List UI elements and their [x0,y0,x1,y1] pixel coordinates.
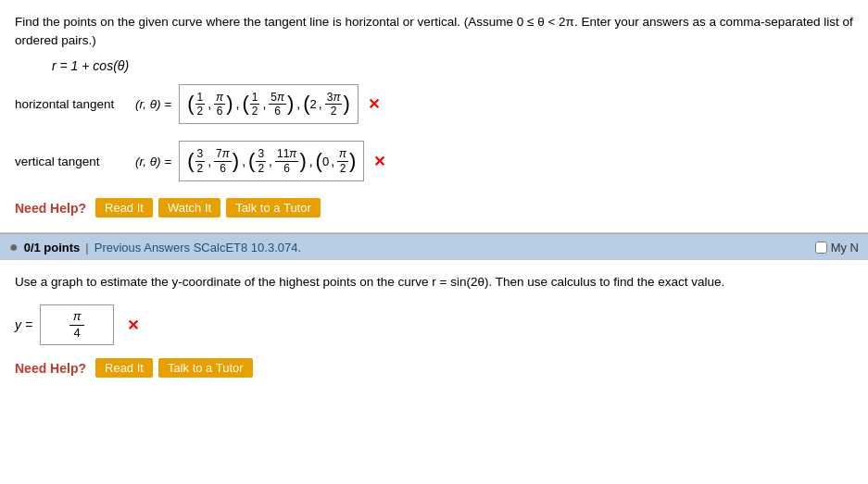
open-paren5: ( [248,151,255,171]
talk-to-tutor-btn-2[interactable]: Talk to a Tutor [158,358,253,378]
horizontal-answer-box[interactable]: ( 1 2 , π 6 ) , ( 1 2 [179,84,359,125]
answer-input-row: y = π 4 ✕ [15,304,853,345]
curve-equation: r = 1 + cos(θ) [52,58,853,73]
open-paren4: ( [187,151,194,171]
answer-clear-btn[interactable]: ✕ [127,316,139,334]
answer-numerator: π [69,309,85,326]
problem2-header: ● 0/1 points | Previous Answers SCalcET8… [0,233,868,260]
my-notes: My N [815,241,859,254]
fraction-1-2-b: 1 2 [250,91,260,118]
need-help-label-2: Need Help? [15,361,86,376]
my-notes-label: My N [831,241,859,254]
close-paren1: ) [226,93,233,114]
y-label: y = [15,317,32,332]
vertical-clear-btn[interactable]: ✕ [373,153,385,170]
problem1-question: Find the points on the given curve where… [15,13,853,51]
horizontal-label: horizontal tangent [15,97,135,111]
horizontal-rtheta: (r, θ) = [135,97,171,111]
fraction-3-2-a: 3 2 [195,147,206,175]
curve-eq-text: r = 1 + cos(θ) [52,58,129,73]
vertical-answer-box[interactable]: ( 3 2 , 7π 6 ) , ( 3 2 [179,141,364,181]
fraction-7pi-6: 7π 6 [214,147,232,175]
need-help-label-1: Need Help? [15,201,86,216]
problem1-section: Find the points on the given curve where… [0,0,868,233]
vertical-label: vertical tangent [15,155,135,168]
answer-input-box[interactable]: π 4 [40,304,114,345]
close-paren6: ) [349,151,356,171]
divider: | [85,241,88,254]
need-help-row-2: Need Help? Read It Talk to a Tutor [15,358,853,378]
answer-fraction: π 4 [69,309,85,341]
answer-denominator: 4 [69,326,83,341]
fraction-1-2: 1 2 [195,91,206,118]
open-paren1: ( [187,93,194,114]
open-paren6: ( [316,151,322,171]
prev-answers-label: Previous Answers SCalcET8 10.3.074. [94,241,301,254]
close-paren5: ) [299,151,306,171]
fraction-3-2-b: 3 2 [256,147,266,175]
watch-it-btn[interactable]: Watch It [158,198,220,217]
my-notes-checkbox[interactable] [815,242,827,254]
problem2-question: Use a graph to estimate the y-coordinate… [15,273,853,292]
close-paren3: ) [343,93,349,114]
read-it-btn-1[interactable]: Read It [95,198,153,217]
open-paren3: ( [303,93,309,114]
fraction-5pi-6: 5π 6 [269,91,286,118]
close-paren2: ) [287,93,294,114]
vertical-rtheta: (r, θ) = [135,155,171,168]
bullet-icon: ● [9,239,19,255]
frac-half-1: 1 2 , π 6 [195,91,227,118]
open-paren2: ( [242,93,248,114]
fraction-pi-2: π 2 [337,147,348,175]
vertical-tangent-row: vertical tangent (r, θ) = ( 3 2 , 7π 6 )… [15,141,853,181]
fraction-pi-6-a: π 6 [214,91,225,118]
points-info: ● 0/1 points | Previous Answers SCalcET8… [9,239,301,255]
talk-to-tutor-btn-1[interactable]: Talk to a Tutor [226,198,321,217]
read-it-btn-2[interactable]: Read It [95,358,153,378]
horizontal-tangent-row: horizontal tangent (r, θ) = ( 1 2 , π 6 … [15,84,853,125]
problem2-section: Use a graph to estimate the y-coordinate… [0,260,868,392]
fraction-3pi-2: 3π 2 [325,91,343,118]
points-text: 0/1 points [24,241,81,254]
fraction-11pi-6: 11π 6 [275,147,298,175]
horizontal-clear-btn[interactable]: ✕ [368,95,380,113]
close-paren4: ) [233,151,239,171]
need-help-row-1: Need Help? Read It Watch It Talk to a Tu… [15,198,853,217]
